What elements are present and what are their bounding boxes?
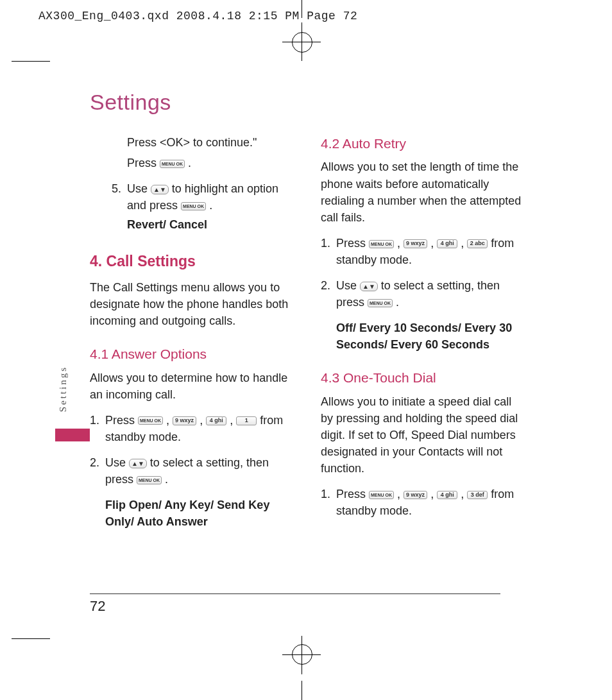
heading-call-settings: 4. Call Settings bbox=[90, 251, 295, 272]
key-2-icon: 2 abc bbox=[467, 239, 488, 248]
key-3-icon: 3 def bbox=[467, 491, 488, 500]
crop-mark bbox=[302, 681, 302, 700]
nav-key-icon: ▲▼ bbox=[151, 185, 169, 194]
print-header: AX300_Eng_0403.qxd 2008.4.18 2:15 PM Pag… bbox=[38, 10, 357, 22]
side-tab-marker bbox=[55, 429, 90, 441]
step-1: 1. Press MENU OK , 9 wxyz , 4 ghi , 2 ab… bbox=[321, 235, 526, 268]
step-number: 2. bbox=[90, 454, 105, 530]
page-title: Settings bbox=[90, 90, 539, 115]
body-text: Press <OK> to continue." bbox=[127, 134, 295, 151]
step-options: Off/ Every 10 Seconds/ Every 30 Seconds/… bbox=[336, 320, 526, 353]
key-4-icon: 4 ghi bbox=[437, 491, 457, 500]
body-text: Press MENU OK . bbox=[127, 155, 295, 171]
step-5: 5. Use ▲▼ to highlight an option and pre… bbox=[90, 180, 295, 233]
step-number: 2. bbox=[321, 277, 336, 353]
page-number: 72 bbox=[90, 593, 500, 615]
step-2: 2. Use ▲▼ to select a setting, then pres… bbox=[90, 454, 295, 530]
menu-ok-key-icon: MENU OK bbox=[369, 240, 394, 248]
step-2: 2. Use ▲▼ to select a setting, then pres… bbox=[321, 277, 526, 353]
key-9-icon: 9 wxyz bbox=[404, 239, 427, 248]
heading-answer-options: 4.1 Answer Options bbox=[90, 345, 295, 364]
body-text: The Call Settings menu allows you to des… bbox=[90, 279, 295, 329]
page-content: Settings Settings Press <OK> to continue… bbox=[90, 90, 539, 597]
crop-mark bbox=[302, 636, 302, 674]
crop-mark bbox=[12, 638, 50, 639]
nav-key-icon: ▲▼ bbox=[360, 282, 378, 291]
side-tab: Settings bbox=[58, 366, 68, 412]
key-9-icon: 9 wxyz bbox=[173, 416, 196, 425]
column-right: 4.2 Auto Retry Allows you to set the len… bbox=[321, 134, 526, 530]
menu-ok-key-icon: MENU OK bbox=[369, 491, 394, 499]
step-number: 5. bbox=[112, 180, 127, 233]
key-4-icon: 4 ghi bbox=[437, 239, 457, 248]
body-text: Allows you to determine how to handle an… bbox=[90, 370, 295, 403]
key-1-icon: 1 bbox=[236, 416, 257, 425]
body-text: Allows you to initiate a speed dial call… bbox=[321, 393, 526, 477]
menu-ok-key-icon: MENU OK bbox=[138, 416, 163, 425]
crop-mark bbox=[302, 0, 302, 18]
menu-ok-key-icon: MENU OK bbox=[137, 476, 162, 484]
step-options: Flip Open/ Any Key/ Send Key Only/ Auto … bbox=[105, 497, 295, 530]
side-tab-label: Settings bbox=[58, 366, 69, 412]
step-options: Revert/ Cancel bbox=[127, 216, 295, 233]
crop-mark bbox=[12, 61, 50, 62]
step-number: 1. bbox=[90, 412, 105, 445]
menu-ok-key-icon: MENU OK bbox=[368, 299, 393, 307]
key-4-icon: 4 ghi bbox=[206, 416, 226, 425]
column-left: Press <OK> to continue." Press MENU OK .… bbox=[90, 134, 295, 530]
key-9-icon: 9 wxyz bbox=[404, 491, 427, 500]
step-number: 1. bbox=[321, 486, 336, 519]
menu-ok-key-icon: MENU OK bbox=[181, 202, 206, 210]
heading-auto-retry: 4.2 Auto Retry bbox=[321, 134, 526, 153]
heading-one-touch-dial: 4.3 One-Touch Dial bbox=[321, 368, 526, 388]
menu-ok-key-icon: MENU OK bbox=[160, 160, 185, 168]
step-1: 1. Press MENU OK , 9 wxyz , 4 ghi , 3 de… bbox=[321, 486, 526, 519]
registration-mark bbox=[292, 32, 312, 53]
step-number: 1. bbox=[321, 235, 336, 268]
step-1: 1. Press MENU OK , 9 wxyz , 4 ghi , 1 fr… bbox=[90, 412, 295, 445]
body-text: Allows you to set the length of time the… bbox=[321, 158, 526, 225]
nav-key-icon: ▲▼ bbox=[129, 459, 147, 468]
